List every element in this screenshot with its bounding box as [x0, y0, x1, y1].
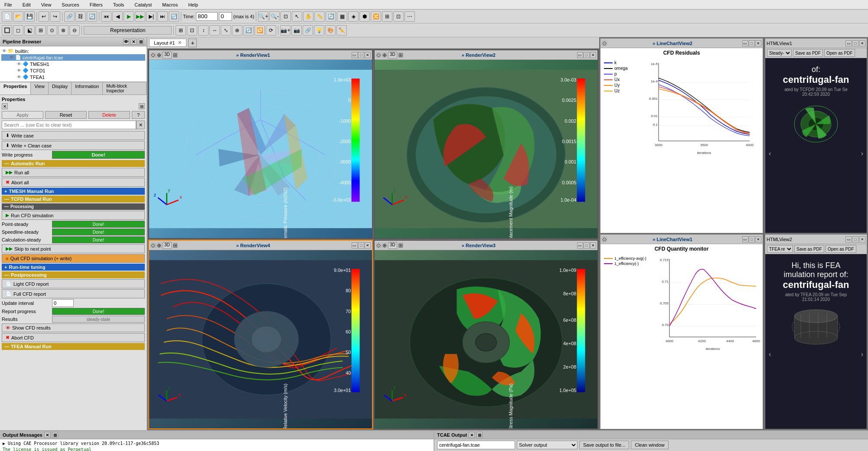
zoom-out-button[interactable]: 🔍-: [269, 11, 280, 22]
html2-min-btn[interactable]: ▭: [845, 236, 852, 242]
redo-button[interactable]: ↪: [50, 11, 60, 22]
filter-btn5[interactable]: ⊞: [382, 11, 392, 22]
filter-btn6[interactable]: ⊡: [393, 11, 404, 22]
filter-btn3[interactable]: ⬢: [359, 11, 370, 22]
props-expand-icon[interactable]: ⊞: [139, 103, 145, 109]
filter-btn4[interactable]: 🔀: [371, 11, 381, 22]
lc2-min-btn[interactable]: ▭: [742, 40, 748, 46]
tab-display[interactable]: Display: [49, 82, 72, 95]
html1-max-btn[interactable]: □: [852, 40, 858, 46]
rv2-btn1[interactable]: ⊙: [376, 52, 381, 58]
undo-button[interactable]: ↩: [39, 11, 49, 22]
disconnect-button[interactable]: ⛓: [75, 11, 86, 22]
update-interval-input[interactable]: [52, 299, 74, 307]
open-button[interactable]: 📂: [13, 11, 23, 22]
tcae-file-input[interactable]: [437, 441, 515, 449]
rv1-close-btn[interactable]: ✕: [365, 52, 371, 58]
abort-cfd-button[interactable]: ✖ Abort CFD: [2, 333, 145, 342]
cam-plus-btn[interactable]: 📷+: [280, 25, 290, 36]
pipeline-eye-btn[interactable]: 👁: [123, 39, 129, 45]
view-btn5[interactable]: ⤡: [221, 25, 231, 36]
tab-view[interactable]: View: [31, 82, 49, 95]
tree-item-builtin[interactable]: 👁 📁 builtin:: [1, 48, 145, 54]
rv3-btn3[interactable]: ⊞: [398, 243, 403, 248]
output-content[interactable]: ▶ Using CAE Processor library version 20…: [0, 439, 434, 451]
next-button[interactable]: ▶|: [146, 11, 157, 22]
tree-item-file[interactable]: 👁 📄 centrifugal-fan.tcae: [1, 54, 145, 61]
representation-dropdown[interactable]: Representation: [84, 26, 172, 35]
rv4-min-btn[interactable]: ▭: [352, 242, 358, 248]
output-close-btn[interactable]: ✕: [44, 432, 50, 438]
rv2-content[interactable]: x y: [375, 60, 597, 238]
lc1-close-btn[interactable]: ✕: [755, 236, 761, 242]
zoom-fit-button[interactable]: ⊡: [281, 11, 291, 22]
view-btn2[interactable]: ⊡: [187, 25, 197, 36]
search-input[interactable]: [2, 121, 136, 129]
menu-sources[interactable]: Sources: [59, 1, 82, 8]
more-btn[interactable]: ⋯: [405, 11, 415, 22]
rv1-min-btn[interactable]: ▭: [352, 52, 358, 58]
orient-btn[interactable]: ⊙: [47, 25, 57, 36]
camera-btn4[interactable]: ⊞: [36, 25, 46, 36]
cam-minus-btn[interactable]: 📷: [291, 25, 302, 36]
zoom-in-button[interactable]: 🔍+: [258, 11, 268, 22]
light-cfd-button[interactable]: 📄 Light CFD report: [2, 279, 145, 288]
save-button[interactable]: 💾: [24, 11, 35, 22]
tmesh-section[interactable]: + TMESH Manual Run: [2, 188, 145, 195]
view-btn3[interactable]: ↕: [198, 25, 209, 36]
tab-properties[interactable]: Properties: [0, 82, 31, 95]
runtime-section[interactable]: + Run-time tuning: [2, 264, 145, 271]
view-btn4[interactable]: ↔: [209, 25, 220, 36]
view-btn6[interactable]: ⊕: [232, 25, 242, 36]
html1-scroll-right[interactable]: ›: [861, 150, 863, 157]
rv2-3d-btn[interactable]: 3D: [388, 52, 397, 59]
play-all-button[interactable]: ▶▶: [135, 11, 145, 22]
html1-open-pdf[interactable]: Open as PDF: [824, 49, 855, 57]
layout-tab-close[interactable]: ✕: [178, 40, 182, 46]
run-all-button[interactable]: ▶▶ Run all: [2, 168, 145, 177]
postproc-section[interactable]: — Postprocessing: [2, 271, 145, 278]
rv1-3d-btn[interactable]: 3D: [163, 52, 172, 59]
menu-macros[interactable]: Macros: [160, 1, 180, 8]
help-button[interactable]: ?: [132, 111, 145, 119]
pick-btn[interactable]: ✋: [303, 11, 313, 22]
ruler-btn[interactable]: 📏: [314, 11, 325, 22]
html1-save-pdf[interactable]: Save as PDF: [793, 49, 823, 57]
lc1-min-btn[interactable]: ▭: [742, 236, 748, 242]
menu-view[interactable]: View: [39, 1, 54, 8]
tree-item-tmesh1[interactable]: 👁 🔷 TMESH1: [1, 61, 145, 67]
auto-run-section[interactable]: — Automatic Run: [2, 160, 145, 167]
pipeline-close-btn[interactable]: ✕: [131, 39, 137, 45]
rv2-min-btn[interactable]: ▭: [577, 52, 583, 58]
tree-item-tcfd1[interactable]: 👁 🔷 TCFD1: [1, 67, 145, 74]
html2-scroll-left[interactable]: ‹: [769, 350, 771, 358]
orient-btn3[interactable]: ⊖: [69, 25, 80, 36]
output-expand-btn[interactable]: ⊞: [52, 432, 58, 438]
pipeline-expand-btn[interactable]: ⊞: [138, 39, 144, 45]
view-btn9[interactable]: ⟳: [266, 25, 276, 36]
lc1-max-btn[interactable]: □: [749, 236, 755, 242]
rv4-btn2[interactable]: ⊕: [157, 243, 162, 248]
search-clear-btn[interactable]: ✕: [136, 121, 145, 129]
rv1-btn1[interactable]: ⊙: [150, 52, 156, 58]
tab-information[interactable]: Information: [72, 82, 103, 95]
menu-tools[interactable]: Tools: [111, 1, 127, 8]
rv2-btn3[interactable]: ⊞: [398, 52, 403, 58]
lc2-max-btn[interactable]: □: [749, 40, 755, 46]
rv2-btn2[interactable]: ⊕: [382, 52, 387, 58]
html2-close-btn[interactable]: ✕: [859, 236, 865, 242]
pencil-btn[interactable]: ✏️: [336, 25, 347, 36]
write-case-button[interactable]: ⬇ Write case: [2, 131, 145, 140]
tab-multiblock[interactable]: Multi-block Inspector: [103, 82, 147, 95]
rv3-btn1[interactable]: ⊙: [376, 243, 381, 248]
tcae-expand-btn[interactable]: ⊞: [476, 432, 483, 438]
reset-button[interactable]: Reset: [45, 111, 87, 119]
rv3-3d-btn[interactable]: 3D: [388, 242, 397, 249]
tcae-close-btn[interactable]: ✕: [469, 432, 475, 438]
color-btn[interactable]: 🎨: [325, 25, 336, 36]
rv3-content[interactable]: x y: [375, 250, 597, 428]
filter-btn2[interactable]: ◈: [348, 11, 359, 22]
html2-dropdown[interactable]: TFEA re: [767, 245, 793, 253]
camera-btn3[interactable]: ⬕: [24, 25, 35, 36]
orient-btn2[interactable]: ⊗: [58, 25, 69, 36]
